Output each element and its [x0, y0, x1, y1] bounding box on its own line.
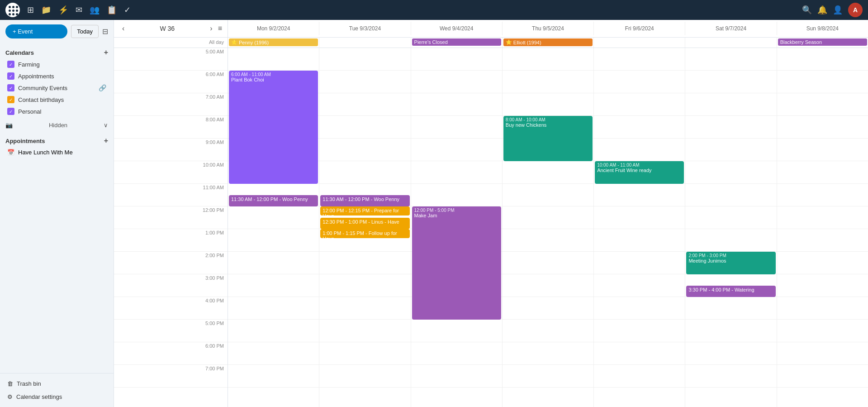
- hour-line: [319, 139, 410, 161]
- hour-line: [685, 116, 776, 139]
- hour-line: [594, 206, 685, 229]
- day-header-5: Sat 9/7/2024: [685, 22, 777, 35]
- calendar-list: ✓ Farming ✓ Appointments ✓ Community Eve…: [5, 58, 108, 117]
- calendar-main: ‹ W 36 › ≡ Mon 9/2/2024Tue 9/3/2024Wed 9…: [114, 20, 868, 407]
- calendar-event-10[interactable]: 3:30 PM - 4:00 PM - Watering: [686, 286, 775, 297]
- hour-line: [411, 48, 502, 71]
- hour-line: [685, 365, 776, 388]
- nav-left: ⊞ 📁 ⚡ ✉ 👥 📋 ✓: [5, 3, 131, 17]
- day-header-6: Sun 9/8/2024: [777, 22, 868, 35]
- calendar-event-7[interactable]: 8:00 AM - 10:00 AMBuy new Chickens: [503, 116, 593, 161]
- hour-line: [685, 48, 776, 71]
- event-title: 11:30 AM - 12:00 PM - Woo Penny: [231, 196, 316, 202]
- hour-line: [319, 320, 410, 342]
- event-title: 3:30 PM - 4:00 PM - Watering: [688, 287, 773, 292]
- day-column-2: 12:00 PM - 5:00 PMMake Jam: [411, 48, 503, 407]
- calendar-checkbox-appointments[interactable]: ✓: [7, 72, 14, 80]
- appointment-item-lunch[interactable]: 📅 Have Lunch With Me: [5, 147, 108, 158]
- calendar-event-3[interactable]: 12:00 PM - 12:15 PM - Prepare for Have: [320, 206, 409, 215]
- calendar-event-5[interactable]: 1:00 PM - 1:15 PM - Follow up for Have: [320, 229, 409, 238]
- user-avatar[interactable]: A: [848, 3, 863, 17]
- allday-event[interactable]: ⭐Elliott (1994): [503, 38, 593, 46]
- nav-folder-icon[interactable]: 📁: [41, 5, 51, 15]
- calendar-event-9[interactable]: 2:00 PM - 3:00 PMMeeting Junimos: [686, 252, 775, 274]
- contacts-icon[interactable]: 👤: [833, 5, 843, 15]
- week-navigation: ‹ W 36 › ≡: [114, 20, 228, 37]
- allday-event[interactable]: Pierre's Closed: [412, 38, 501, 46]
- nav-bolt-icon[interactable]: ⚡: [58, 5, 68, 15]
- sidebar-item-personal[interactable]: ✓ Personal: [5, 105, 108, 117]
- event-time: 12:00 PM - 5:00 PM: [414, 208, 499, 213]
- hour-line: [685, 297, 776, 320]
- hour-line: [503, 206, 593, 229]
- hour-line: [411, 342, 502, 365]
- day-header-1: Tue 9/3/2024: [319, 22, 411, 35]
- calendar-event-1[interactable]: 11:30 AM - 12:00 PM - Woo Penny: [229, 195, 318, 206]
- hour-line: [685, 93, 776, 116]
- hour-line: [503, 161, 593, 184]
- hour-line: [594, 229, 685, 252]
- time-label-0: 5:00 AM: [114, 48, 228, 71]
- add-calendar-icon[interactable]: +: [104, 48, 108, 57]
- calendar-event-2[interactable]: 11:30 AM - 12:00 PM - Woo Penny: [320, 195, 409, 206]
- add-appointment-icon[interactable]: +: [104, 137, 108, 145]
- hour-line: [594, 342, 685, 365]
- next-week-button[interactable]: ›: [207, 24, 215, 34]
- nav-calendar-icon[interactable]: 📋: [107, 5, 117, 15]
- prev-week-button[interactable]: ‹: [119, 24, 127, 34]
- notifications-icon[interactable]: 🔔: [817, 5, 827, 15]
- calendar-checkbox-community[interactable]: ✓: [7, 84, 14, 91]
- sidebar-item-community[interactable]: ✓ Community Events 🔗: [5, 82, 108, 94]
- sidebar-item-birthdays[interactable]: ✓ Contact birthdays: [5, 94, 108, 105]
- hour-line: [228, 365, 319, 388]
- calendar-checkbox-personal[interactable]: ✓: [7, 108, 14, 115]
- hour-line: [777, 365, 868, 388]
- hour-line: [411, 139, 502, 161]
- allday-cell-0: ⭐Penny (1996): [228, 38, 319, 48]
- sidebar-item-appointments[interactable]: ✓ Appointments: [5, 70, 108, 82]
- day-header-0: Mon 9/2/2024: [228, 22, 319, 35]
- nav-users-icon[interactable]: 👥: [90, 5, 100, 15]
- trash-bin-item[interactable]: 🗑 Trash bin: [5, 377, 108, 390]
- calendar-event-6[interactable]: 12:00 PM - 5:00 PMMake Jam: [412, 206, 501, 320]
- time-label-4: 9:00 AM: [114, 139, 228, 161]
- calendar-label-birthdays: Contact birthdays: [18, 96, 106, 103]
- view-toggle-icon[interactable]: ⊟: [102, 27, 108, 36]
- sidebar-item-farming[interactable]: ✓ Farming: [5, 58, 108, 70]
- event-title: 1:00 PM - 1:15 PM - Follow up for Have: [323, 230, 407, 238]
- collapse-icon[interactable]: ≡: [218, 24, 222, 33]
- hour-line: [503, 252, 593, 274]
- nav-grid-icon[interactable]: ⊞: [27, 5, 34, 15]
- calendar-event-0[interactable]: 6:00 AM - 11:00 AMPlant Bok Choi: [229, 71, 318, 184]
- search-icon[interactable]: 🔍: [802, 5, 812, 15]
- nav-check-icon[interactable]: ✓: [124, 5, 131, 15]
- event-title: Buy new Chickens: [506, 122, 590, 128]
- calendar-event-4[interactable]: 12:30 PM - 1:00 PM - Linus - Have: [320, 218, 409, 229]
- day-column-0: 6:00 AM - 11:00 AMPlant Bok Choi11:30 AM…: [228, 48, 319, 407]
- calendar-label-farming: Farming: [18, 61, 106, 68]
- app-logo[interactable]: [5, 3, 20, 17]
- hour-line: [777, 252, 868, 274]
- calendars-section-header[interactable]: Calendars +: [5, 47, 108, 58]
- calendar-settings-item[interactable]: ⚙ Calendar settings: [5, 390, 108, 403]
- hour-line: [594, 71, 685, 93]
- allday-event[interactable]: Blackberry Season: [778, 38, 867, 46]
- hour-line: [777, 206, 868, 229]
- hour-line: [228, 229, 319, 252]
- allday-row: All day ⭐Penny (1996)Pierre's Closed⭐Ell…: [114, 38, 868, 48]
- nav-right: 🔍 🔔 👤 A: [802, 3, 863, 17]
- hour-line: [503, 71, 593, 93]
- time-label-13: 6:00 PM: [114, 342, 228, 365]
- allday-event[interactable]: ⭐Penny (1996): [229, 38, 318, 46]
- hour-line: [319, 48, 410, 71]
- today-button[interactable]: Today: [71, 25, 99, 38]
- allday-cell-6: Blackberry Season: [777, 38, 868, 48]
- allday-label: All day: [114, 38, 228, 48]
- calendar-checkbox-birthdays[interactable]: ✓: [7, 96, 14, 103]
- new-event-button[interactable]: + Event: [5, 24, 67, 38]
- hour-line: [319, 116, 410, 139]
- nav-mail-icon[interactable]: ✉: [76, 5, 82, 15]
- calendar-checkbox-farming[interactable]: ✓: [7, 61, 14, 68]
- calendar-event-8[interactable]: 10:00 AM - 11:00 AMAncient Fruit Wine re…: [595, 161, 684, 184]
- hidden-section[interactable]: 📷 Hidden ∨: [0, 119, 114, 131]
